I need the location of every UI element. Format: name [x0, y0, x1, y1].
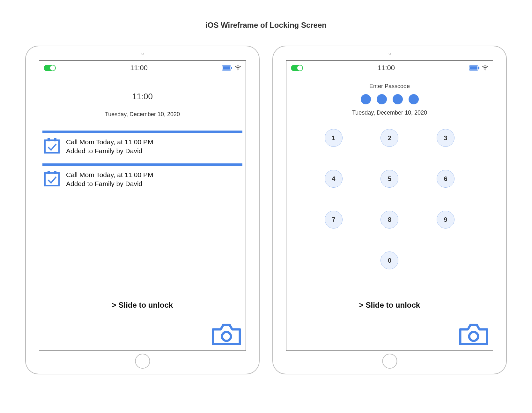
front-camera-icon	[141, 53, 144, 55]
passcode-dot-icon	[393, 94, 403, 104]
svg-rect-9	[54, 171, 56, 174]
keypad-key-5[interactable]: 5	[381, 170, 398, 188]
battery-icon	[469, 65, 479, 71]
svg-rect-12	[470, 66, 477, 70]
camera-icon	[459, 323, 488, 346]
divider	[42, 131, 242, 133]
status-time: 11:00	[130, 64, 148, 72]
lock-time: 11:00	[39, 92, 246, 101]
keypad-key-3[interactable]: 3	[437, 129, 454, 147]
svg-rect-7	[45, 173, 59, 186]
home-button[interactable]	[135, 354, 150, 369]
svg-point-15	[469, 332, 478, 341]
tablet-lock-screen: 11:00 11:00 Tuesday, December 10, 2020	[25, 46, 260, 374]
keypad-key-7[interactable]: 7	[325, 211, 343, 229]
notification-line1: Call Mom Today, at 11:00 PM	[66, 138, 153, 146]
slide-to-unlock[interactable]: > Slide to unlock	[286, 301, 493, 310]
home-button[interactable]	[382, 354, 397, 369]
svg-rect-1	[223, 66, 230, 70]
front-camera-icon	[388, 53, 391, 55]
keypad-key-8[interactable]: 8	[381, 211, 398, 229]
toggle-icon[interactable]	[44, 65, 56, 71]
status-bar: 11:00	[286, 61, 493, 74]
passcode-dots	[286, 94, 493, 104]
wifi-icon	[482, 65, 488, 71]
passcode-dot-icon	[409, 94, 419, 104]
calendar-check-icon	[44, 138, 60, 154]
keypad-key-1[interactable]: 1	[325, 129, 343, 147]
status-time: 11:00	[377, 64, 395, 72]
battery-icon	[222, 65, 232, 71]
camera-shortcut-button[interactable]	[459, 323, 488, 346]
keypad-key-6[interactable]: 6	[437, 170, 454, 188]
notification-line2: Added to Family by David	[66, 146, 153, 155]
keypad: 1 2 3 4 5 6 7 8 9 0	[286, 129, 493, 269]
svg-point-14	[485, 70, 486, 71]
devices-row: 11:00 11:00 Tuesday, December 10, 2020	[0, 46, 532, 374]
page-title: iOS Wireframe of Locking Screen	[0, 0, 532, 30]
toggle-icon[interactable]	[291, 65, 303, 71]
notification-item[interactable]: Call Mom Today, at 11:00 PM Added to Fam…	[42, 136, 242, 159]
svg-rect-5	[48, 138, 50, 141]
svg-point-3	[238, 70, 239, 71]
passcode-dot-icon	[377, 94, 387, 104]
svg-point-10	[222, 332, 231, 341]
keypad-key-0[interactable]: 0	[381, 252, 398, 269]
status-bar: 11:00	[39, 61, 246, 74]
notification-line2: Added to Family by David	[66, 179, 153, 188]
svg-rect-6	[54, 138, 56, 141]
keypad-key-2[interactable]: 2	[381, 129, 398, 147]
notification-item[interactable]: Call Mom Today, at 11:00 PM Added to Fam…	[42, 169, 242, 192]
svg-rect-8	[48, 171, 50, 174]
camera-shortcut-button[interactable]	[212, 323, 241, 346]
slide-to-unlock[interactable]: > Slide to unlock	[39, 301, 246, 310]
enter-passcode-label: Enter Passcode	[286, 83, 493, 90]
notification-text: Call Mom Today, at 11:00 PM Added to Fam…	[66, 138, 153, 156]
passcode-dot-icon	[361, 94, 371, 104]
passcode-date: Tuesday, December 10, 2020	[286, 109, 493, 116]
calendar-check-icon	[44, 170, 60, 186]
divider	[42, 163, 242, 166]
notifications: Call Mom Today, at 11:00 PM Added to Fam…	[39, 131, 246, 191]
screen-lock: 11:00 11:00 Tuesday, December 10, 2020	[39, 60, 246, 351]
screen-passcode: 11:00 Enter Passcode Tuesday, December 1…	[286, 60, 493, 351]
svg-rect-13	[478, 67, 479, 69]
notification-line1: Call Mom Today, at 11:00 PM	[66, 170, 153, 179]
lock-date: Tuesday, December 10, 2020	[39, 111, 246, 118]
keypad-key-9[interactable]: 9	[437, 211, 454, 229]
svg-rect-4	[45, 140, 59, 153]
camera-icon	[212, 323, 241, 346]
keypad-key-4[interactable]: 4	[325, 170, 343, 188]
wifi-icon	[235, 65, 241, 71]
tablet-passcode-screen: 11:00 Enter Passcode Tuesday, December 1…	[272, 46, 507, 374]
svg-rect-2	[231, 67, 232, 69]
notification-text: Call Mom Today, at 11:00 PM Added to Fam…	[66, 170, 153, 189]
